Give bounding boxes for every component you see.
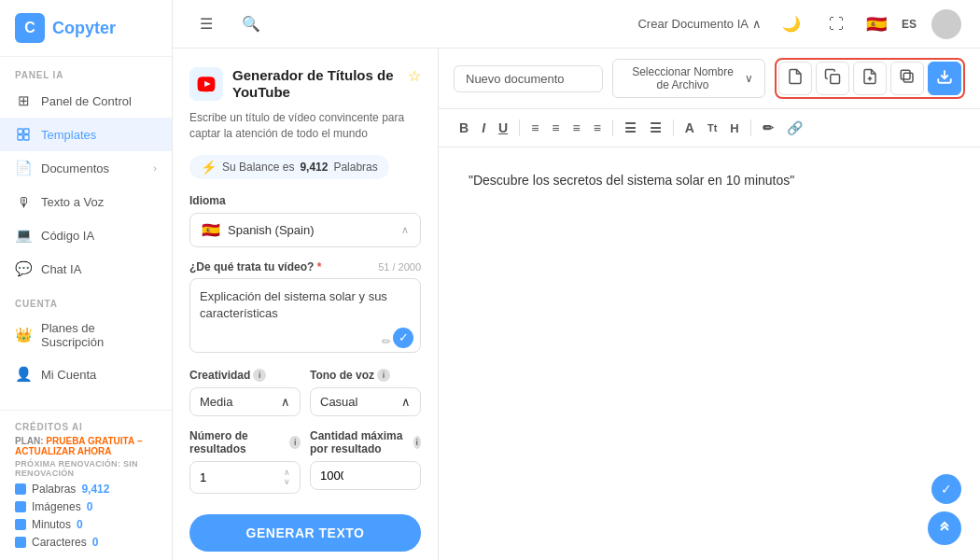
sidebar-item-chat-ia[interactable]: 💬 Chat IA bbox=[0, 252, 172, 286]
num-resultados-group: Número de resultados i 1 ∧ ∨ bbox=[189, 429, 301, 494]
ordered-list-button[interactable]: ☰ bbox=[619, 117, 642, 139]
generar-texto-button[interactable]: GENERAR TEXTO bbox=[189, 514, 421, 552]
sidebar-item-documentos[interactable]: 📄 Documentos › bbox=[0, 151, 172, 185]
edit-icon[interactable]: ✏ bbox=[382, 335, 391, 348]
form-title: Generador de Títulos de YouTube bbox=[232, 67, 399, 101]
creditos-label: CRÉDITOS AI bbox=[15, 422, 157, 436]
sidebar-item-panel-control[interactable]: ⊞ Panel de Control bbox=[0, 84, 172, 118]
save-doc-button[interactable] bbox=[853, 62, 887, 95]
font-size-button[interactable]: Tt bbox=[702, 119, 722, 137]
tono-label: Tono de voz i bbox=[310, 369, 421, 382]
new-doc-button[interactable] bbox=[778, 62, 812, 95]
sidebar-item-texto-a-voz[interactable]: 🎙 Texto a Voz bbox=[0, 185, 172, 218]
num-resultados-input[interactable]: 1 bbox=[200, 470, 237, 484]
divider-3 bbox=[673, 119, 674, 136]
caracteres-label: Caracteres bbox=[32, 536, 87, 549]
sidebar-item-label: Chat IA bbox=[41, 262, 81, 276]
align-justify-button[interactable]: ≡ bbox=[588, 117, 607, 139]
num-resultados-label: Número de resultados i bbox=[189, 429, 301, 455]
sidebar-item-label: Documentos bbox=[41, 161, 109, 175]
scroll-to-top-button[interactable] bbox=[928, 511, 961, 545]
divider-2 bbox=[612, 119, 613, 136]
link-button[interactable]: 🔗 bbox=[781, 117, 808, 139]
crear-documento-button[interactable]: Crear Documento IA ∧ bbox=[637, 17, 762, 31]
caracteres-value: 0 bbox=[92, 536, 99, 549]
cantidad-input-wrap: 1000 bbox=[310, 461, 421, 490]
info-cantidad-icon[interactable]: i bbox=[413, 436, 421, 449]
idioma-flag: 🇪🇸 bbox=[202, 221, 220, 239]
code-icon: 💻 bbox=[15, 227, 32, 244]
bold-button[interactable]: B bbox=[454, 117, 474, 139]
num-resultados-input-wrap: 1 ∧ ∨ bbox=[189, 461, 301, 494]
tono-value: Casual bbox=[320, 395, 357, 409]
scroll-to-bottom-button[interactable]: ✓ bbox=[931, 474, 961, 504]
favorite-star-icon[interactable]: ☆ bbox=[408, 67, 421, 85]
dark-mode-button[interactable]: 🌙 bbox=[777, 9, 806, 39]
editor-topbar: Seleccionar Nombre de Archivo ∨ bbox=[439, 49, 980, 109]
idioma-select[interactable]: 🇪🇸 Spanish (Spain) ∧ bbox=[189, 213, 421, 247]
crown-icon: 👑 bbox=[15, 327, 32, 343]
info-creatividad-icon[interactable]: i bbox=[253, 369, 266, 382]
sidebar-item-templates[interactable]: Templates bbox=[0, 118, 172, 151]
chevron-down-icon: ∨ bbox=[745, 72, 753, 85]
sidebar-item-codigo-ia[interactable]: 💻 Código IA bbox=[0, 218, 172, 252]
sidebar-item-planes[interactable]: 👑 Planes de Suscripción bbox=[0, 313, 172, 357]
sidebar-item-mi-cuenta[interactable]: 👤 Mi Cuenta bbox=[0, 357, 172, 391]
editor-text: "Descubre los secretos del sistema solar… bbox=[469, 170, 950, 190]
info-num-icon[interactable]: i bbox=[289, 436, 301, 449]
fullscreen-button[interactable]: ⛶ bbox=[821, 9, 851, 39]
unordered-list-button[interactable]: ☰ bbox=[644, 117, 667, 139]
select-filename-button[interactable]: Seleccionar Nombre de Archivo ∨ bbox=[612, 59, 765, 98]
heading-button[interactable]: H bbox=[724, 118, 744, 139]
svg-rect-1 bbox=[24, 129, 29, 133]
user-icon: 👤 bbox=[15, 366, 32, 383]
palabras-dot bbox=[15, 483, 26, 495]
tono-group: Tono de voz i Casual ∧ bbox=[310, 369, 421, 416]
align-left-button[interactable]: ≡ bbox=[525, 117, 544, 139]
minutos-dot bbox=[15, 519, 26, 530]
flag-icon: 🇪🇸 bbox=[866, 14, 887, 35]
de-que-group: ¿De qué trata tu vídeo? * 51 / 2000 Expl… bbox=[189, 260, 421, 356]
creatividad-select[interactable]: Media ∧ bbox=[189, 387, 301, 416]
logo-icon: C bbox=[15, 13, 45, 43]
align-right-button[interactable]: ≡ bbox=[567, 117, 585, 139]
credits-section: CRÉDITOS AI PLAN: PRUEBA GRATUITA – ACTU… bbox=[0, 410, 172, 560]
underline-button[interactable]: U bbox=[493, 117, 513, 139]
document-name-input[interactable] bbox=[454, 65, 603, 92]
template-icon bbox=[15, 126, 32, 143]
duplicate-button[interactable] bbox=[890, 62, 924, 95]
copy-doc-button[interactable] bbox=[816, 62, 849, 95]
menu-toggle-button[interactable]: ☰ bbox=[191, 9, 221, 39]
search-button[interactable]: 🔍 bbox=[236, 9, 266, 39]
info-tono-icon[interactable]: i bbox=[377, 369, 390, 382]
creatividad-value: Media bbox=[200, 395, 232, 409]
export-button[interactable] bbox=[928, 62, 961, 95]
crear-label: Crear Documento IA bbox=[637, 17, 749, 31]
sidebar-item-label: Panel de Control bbox=[41, 94, 132, 108]
editor-panel: Seleccionar Nombre de Archivo ∨ bbox=[439, 49, 980, 560]
microphone-icon: 🎙 bbox=[15, 193, 32, 210]
de-que-label-row: ¿De qué trata tu vídeo? * 51 / 2000 bbox=[189, 260, 421, 273]
paint-button[interactable]: ✏ bbox=[757, 117, 779, 139]
balance-value: 9,412 bbox=[300, 161, 328, 174]
num-resultados-stepper[interactable]: ∧ ∨ bbox=[284, 469, 290, 486]
user-avatar[interactable] bbox=[931, 9, 961, 39]
sidebar: C Copyter PANEL IA ⊞ Panel de Control Te… bbox=[0, 0, 173, 560]
align-center-button[interactable]: ≡ bbox=[546, 117, 565, 139]
italic-button[interactable]: I bbox=[476, 117, 491, 139]
export-icon bbox=[936, 68, 953, 89]
copy-icon bbox=[824, 68, 841, 89]
tono-select[interactable]: Casual ∧ bbox=[310, 387, 421, 416]
sidebar-item-label: Código IA bbox=[41, 229, 94, 243]
balance-label: Su Balance es bbox=[222, 161, 294, 174]
archivo-label: Seleccionar Nombre de Archivo bbox=[624, 65, 741, 91]
chevron-up-icon: ∧ bbox=[401, 395, 411, 409]
chevron-down-icon: ∨ bbox=[284, 478, 290, 486]
idioma-label: Idioma bbox=[189, 194, 421, 207]
palabras-label: Palabras bbox=[32, 483, 76, 496]
font-color-button[interactable]: A bbox=[679, 117, 700, 139]
sidebar-item-label: Texto a Voz bbox=[41, 195, 104, 209]
imagenes-value: 0 bbox=[87, 500, 93, 513]
cantidad-input[interactable]: 1000 bbox=[320, 469, 357, 483]
credit-palabras: Palabras 9,412 bbox=[15, 483, 157, 496]
